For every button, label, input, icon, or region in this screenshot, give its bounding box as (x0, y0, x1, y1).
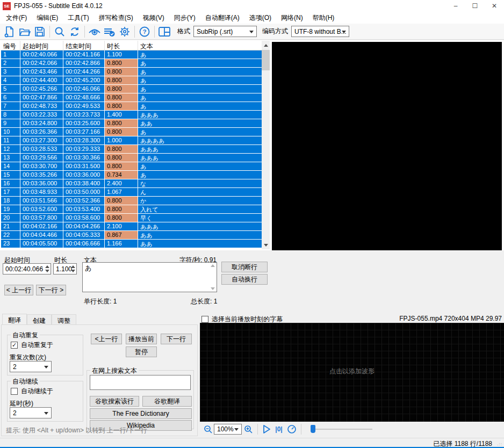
table-row[interactable]: 400:02:44.40000:02:45.2000.800あ (1, 76, 262, 85)
checkbox-checked-icon[interactable]: ✓ (11, 342, 18, 349)
table-row[interactable]: 500:02:45.26600:02:46.0660.800あ (1, 85, 262, 93)
waveform-play-icon[interactable] (261, 422, 272, 436)
auto-repeat-checkbox[interactable]: ✓ 自动重复于 (11, 341, 53, 350)
replace-icon[interactable] (67, 25, 82, 39)
menu-item[interactable]: 自动翻译(A) (200, 12, 244, 24)
subtitle-text-input[interactable]: あ (82, 262, 217, 292)
table-row[interactable]: 200:02:42.06600:02:42.8660.800あ (1, 59, 262, 68)
pause-button[interactable]: 暂停 (126, 346, 157, 357)
menu-item[interactable]: 工具(T) (63, 12, 93, 24)
table-row[interactable]: 1800:03:51.56600:03:52.3660.800か (1, 197, 262, 205)
table-row[interactable]: 2100:04:02.16600:04:04.2662.100あああ (1, 222, 262, 231)
table-row[interactable]: 100:02:40.06600:02:41.1661.100あ (1, 50, 262, 59)
tab-translate[interactable]: 翻译 (2, 314, 27, 324)
slider-track[interactable] (311, 429, 372, 430)
menu-item[interactable]: 视频(V) (138, 12, 169, 24)
cancel-break-button[interactable]: 取消断行 (221, 262, 268, 272)
help-icon[interactable]: ? (137, 25, 152, 39)
col-number[interactable]: 编号 (1, 41, 20, 50)
menu-item[interactable]: 同步(Y) (169, 12, 200, 24)
spin-down-icon[interactable] (45, 270, 49, 272)
table-row[interactable]: 1300:03:29.56600:03:30.3660.800あああ (1, 154, 262, 162)
spin-down-icon[interactable] (71, 270, 75, 272)
table-row[interactable]: 1900:03:52.60000:03:53.4000.800入れて (1, 205, 262, 214)
next-line-button[interactable]: 下一行 > (36, 285, 66, 295)
menu-item[interactable]: 网络(N) (276, 12, 308, 24)
auto-continue-checkbox[interactable]: 自动继续于 (11, 387, 53, 396)
zoom-out-icon[interactable] (202, 422, 214, 436)
table-row[interactable]: 600:02:47.86600:02:48.6660.800あ (1, 93, 262, 102)
menu-item[interactable]: 选项(O) (244, 12, 276, 24)
table-row[interactable]: 800:03:22.33300:03:23.7331.400あああ (1, 111, 262, 119)
free-dictionary-button[interactable]: The Free Dictionary (90, 408, 192, 419)
table-row[interactable]: 300:02:43.46600:02:44.2660.800あ (1, 68, 262, 76)
table-row[interactable]: 1500:03:35.26600:03:36.0000.734あ (1, 171, 262, 179)
settings-gear-icon[interactable] (117, 25, 132, 39)
table-row[interactable]: 700:02:48.73300:02:49.5330.800あ (1, 102, 262, 111)
checkbox-unchecked-icon[interactable] (201, 316, 208, 323)
scroll-down-icon[interactable] (262, 241, 270, 249)
table-scrollbar[interactable] (262, 41, 270, 249)
new-file-icon[interactable] (2, 25, 17, 39)
spin-up-icon[interactable] (45, 265, 49, 268)
minimize-button[interactable]: – (446, 0, 465, 12)
menu-item[interactable]: 文件(F) (1, 12, 32, 24)
cell-text: 入れて (138, 205, 262, 213)
repeat-count-dropdown[interactable]: 2 (10, 361, 52, 372)
waveform-position-slider[interactable] (311, 425, 375, 433)
table-row[interactable]: 1000:03:26.36600:03:27.1660.800あ (1, 128, 262, 136)
close-button[interactable]: ✕ (485, 0, 504, 12)
checkbox-unchecked-icon[interactable] (11, 388, 18, 395)
resize-grip-icon[interactable]: .:: (497, 442, 502, 446)
start-time-input[interactable]: 00:02:40.066 (3, 263, 51, 274)
find-icon[interactable] (52, 25, 67, 39)
waveform-area[interactable]: 点击以添加波形 (200, 323, 504, 422)
duration-input[interactable]: 1.100 (53, 263, 77, 274)
scrollbar-thumb[interactable] (262, 50, 270, 70)
col-end[interactable]: 结束时间 (63, 41, 105, 50)
tab-create[interactable]: 创建 (27, 314, 52, 324)
tab-adjust[interactable]: 调整 (52, 314, 76, 324)
translate-prev-line-button[interactable]: <上一行 (91, 334, 122, 344)
layout-icon[interactable] (157, 25, 172, 39)
table-row[interactable]: 2000:03:57.80000:03:58.6000.800早く (1, 214, 262, 222)
google-translate-button[interactable]: 谷歌翻译 (142, 396, 192, 407)
table-row[interactable]: 1200:03:28.53300:03:29.3330.800あああ (1, 145, 262, 154)
encoding-dropdown[interactable]: UTF-8 without B... (291, 26, 349, 37)
cell-dur: 0.800 (105, 214, 138, 222)
slider-thumb[interactable] (311, 425, 315, 433)
cell-text: ああああ (138, 136, 262, 144)
table-row[interactable]: 1100:03:27.30000:03:28.3001.000ああああ (1, 136, 262, 145)
col-duration[interactable]: 时长 (105, 41, 138, 50)
maximize-button[interactable]: ☐ (465, 0, 485, 12)
waveform-zoom-dropdown[interactable]: 100% (214, 424, 242, 435)
scroll-up-icon[interactable] (262, 41, 270, 49)
play-current-button[interactable]: 播放当前 (126, 334, 157, 344)
col-start[interactable]: 起始时间 (20, 41, 63, 50)
google-search-line-button[interactable]: 谷歌搜索该行 (90, 396, 139, 407)
menu-item[interactable]: 拼写检查(S) (94, 12, 138, 24)
col-text[interactable]: 文本 (138, 41, 262, 50)
format-dropdown[interactable]: SubRip (.srt) (193, 26, 257, 37)
visual-sync-icon[interactable] (87, 25, 102, 39)
table-row[interactable]: 1600:03:36.00000:03:38.4002.400な (1, 179, 262, 188)
delay-dropdown[interactable]: 2 (10, 407, 52, 418)
zoom-in-icon[interactable] (242, 422, 255, 436)
open-file-icon[interactable] (17, 25, 32, 39)
web-search-input[interactable] (90, 375, 191, 390)
menu-item[interactable]: 编辑(E) (32, 12, 63, 24)
playback-speed-icon[interactable] (285, 422, 298, 436)
auto-wrap-button[interactable]: 自动换行 (221, 274, 268, 285)
table-row[interactable]: 900:03:24.80000:03:25.6000.800ああ (1, 119, 262, 128)
table-row[interactable]: 2200:04:04.46600:04:05.3330.867ああ (1, 231, 262, 240)
translate-next-line-button[interactable]: 下一行 (161, 334, 192, 344)
play-from-start-icon[interactable]: |0| (272, 422, 285, 436)
spin-up-icon[interactable] (71, 265, 75, 268)
table-row[interactable]: 2300:04:05.50000:04:06.6661.166ああ (1, 240, 262, 248)
table-row[interactable]: 1400:03:30.70000:03:31.5000.800あ (1, 162, 262, 171)
save-icon[interactable] (32, 25, 47, 39)
table-row[interactable]: 1700:03:48.93300:03:50.0001.067ん (1, 188, 262, 197)
prev-line-button[interactable]: < 上一行 (4, 285, 33, 295)
spell-check-icon[interactable] (102, 25, 117, 39)
menu-item[interactable]: 帮助(H) (308, 12, 340, 24)
